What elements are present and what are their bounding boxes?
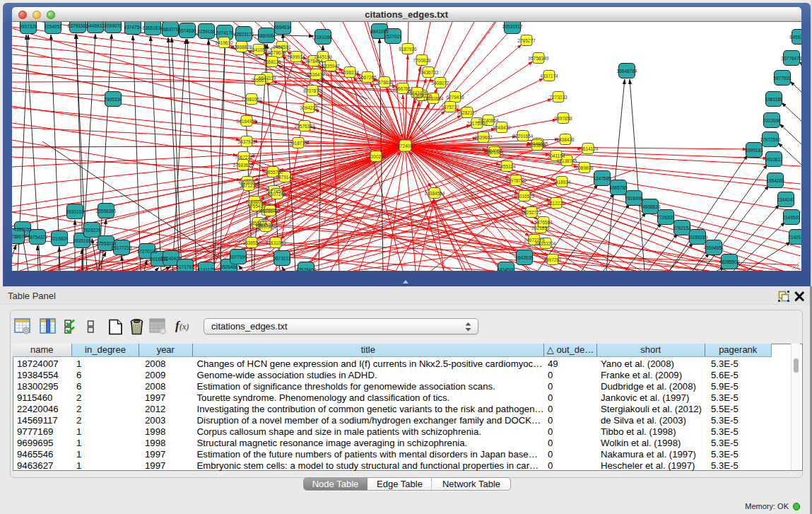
svg-text:39436733: 39436733 xyxy=(418,70,439,75)
svg-text:7455324: 7455324 xyxy=(498,164,516,169)
svg-text:6279418: 6279418 xyxy=(446,95,464,100)
svg-text:2074176: 2074176 xyxy=(216,30,234,35)
svg-text:9910817: 9910817 xyxy=(765,157,783,162)
svg-text:1419610: 1419610 xyxy=(215,40,233,45)
svg-text:5667265: 5667265 xyxy=(358,75,377,80)
svg-text:7089806: 7089806 xyxy=(575,165,594,170)
svg-text:2321324: 2321324 xyxy=(486,150,504,155)
svg-text:5977931: 5977931 xyxy=(773,76,792,81)
svg-text:3871230: 3871230 xyxy=(240,183,258,188)
svg-text:7273233: 7273233 xyxy=(549,95,567,100)
svg-text:46231783: 46231783 xyxy=(260,209,281,214)
svg-text:4337174: 4337174 xyxy=(540,74,558,78)
svg-text:9375710: 9375710 xyxy=(441,105,459,110)
svg-text:42138745: 42138745 xyxy=(557,158,577,163)
svg-text:5171761: 5171761 xyxy=(176,264,194,269)
svg-text:5476583: 5476583 xyxy=(534,220,553,225)
svg-text:4965789: 4965789 xyxy=(609,185,628,190)
svg-text:19510312: 19510312 xyxy=(502,24,523,29)
svg-text:8526486: 8526486 xyxy=(220,264,238,269)
svg-text:18300295: 18300295 xyxy=(366,154,387,159)
svg-text:9897858: 9897858 xyxy=(554,116,572,121)
svg-text:31831063: 31831063 xyxy=(266,240,286,245)
svg-text:4668136: 4668136 xyxy=(263,59,281,64)
svg-text:2642635: 2642635 xyxy=(515,255,534,260)
svg-text:1538552: 1538552 xyxy=(242,240,261,245)
svg-text:30776478: 30776478 xyxy=(782,56,801,61)
svg-text:2556017: 2556017 xyxy=(251,78,269,83)
svg-text:2022698: 2022698 xyxy=(763,118,781,123)
svg-text:8999183: 8999183 xyxy=(745,148,763,153)
svg-text:17672593: 17672593 xyxy=(760,137,781,142)
svg-text:5408072: 5408072 xyxy=(431,81,449,86)
svg-text:45594951: 45594951 xyxy=(704,245,724,250)
svg-text:7700828: 7700828 xyxy=(413,58,431,63)
svg-text:17270733: 17270733 xyxy=(137,249,158,254)
svg-text:12614124: 12614124 xyxy=(578,146,599,151)
svg-text:8434500: 8434500 xyxy=(497,267,515,271)
svg-text:7818496: 7818496 xyxy=(625,196,643,201)
svg-text:56164955: 56164955 xyxy=(237,119,257,124)
svg-text:3094235: 3094235 xyxy=(300,105,318,110)
svg-text:35556386: 35556386 xyxy=(96,209,117,214)
svg-text:89978790: 89978790 xyxy=(506,178,526,183)
svg-text:8930103: 8930103 xyxy=(66,209,84,214)
svg-text:5673212: 5673212 xyxy=(273,256,291,261)
svg-text:1247595: 1247595 xyxy=(593,176,611,181)
svg-text:18883684: 18883684 xyxy=(423,96,444,101)
svg-text:95758349: 95758349 xyxy=(529,56,549,61)
svg-text:4993055: 4993055 xyxy=(13,227,32,232)
svg-text:5437923: 5437923 xyxy=(237,139,256,144)
svg-text:2344047: 2344047 xyxy=(777,197,795,202)
svg-text:22981052: 22981052 xyxy=(242,97,262,102)
svg-text:1981186: 1981186 xyxy=(765,97,783,102)
svg-text:5446912: 5446912 xyxy=(86,23,105,28)
svg-text:9937326: 9937326 xyxy=(19,24,37,29)
svg-text:4191175: 4191175 xyxy=(198,267,216,271)
svg-text:83793389: 83793389 xyxy=(68,23,88,28)
svg-text:16648784: 16648784 xyxy=(617,69,637,74)
svg-text:48285503: 48285503 xyxy=(719,259,740,264)
svg-text:74606833: 74606833 xyxy=(640,204,661,209)
svg-text:9153566: 9153566 xyxy=(528,143,546,148)
svg-text:2905334: 2905334 xyxy=(104,97,122,102)
svg-text:18724007: 18724007 xyxy=(395,144,416,148)
svg-text:43528453: 43528453 xyxy=(296,267,317,271)
svg-text:8707870: 8707870 xyxy=(303,88,322,93)
svg-text:38754377: 38754377 xyxy=(28,235,48,240)
svg-text:84593961: 84593961 xyxy=(790,35,801,40)
svg-text:8755439: 8755439 xyxy=(247,204,266,209)
svg-text:5159166: 5159166 xyxy=(197,29,216,34)
svg-text:7067228: 7067228 xyxy=(235,155,253,160)
svg-text:2785277: 2785277 xyxy=(517,38,536,43)
svg-text:3762152: 3762152 xyxy=(673,226,691,230)
svg-text:8574680: 8574680 xyxy=(178,28,196,33)
svg-text:4694634: 4694634 xyxy=(273,25,292,30)
svg-text:3341057: 3341057 xyxy=(249,47,268,52)
svg-text:28740864: 28740864 xyxy=(478,118,499,123)
svg-text:5041154: 5041154 xyxy=(548,153,565,158)
svg-text:70855700: 70855700 xyxy=(263,170,283,175)
svg-text:20576383: 20576383 xyxy=(295,124,315,129)
svg-text:84252722: 84252722 xyxy=(522,210,542,215)
svg-text:68353204: 68353204 xyxy=(536,241,556,246)
svg-text:10289289: 10289289 xyxy=(688,235,708,240)
svg-text:8536477: 8536477 xyxy=(307,72,325,77)
svg-text:3678638: 3678638 xyxy=(375,80,394,85)
svg-text:19384554: 19384554 xyxy=(425,191,445,196)
svg-text:2149597: 2149597 xyxy=(782,215,801,220)
svg-text:8935169: 8935169 xyxy=(73,238,91,243)
svg-text:8187926: 8187926 xyxy=(399,47,417,52)
svg-text:4335942: 4335942 xyxy=(322,64,340,69)
svg-text:55540424: 55540424 xyxy=(161,256,182,261)
svg-text:1499914: 1499914 xyxy=(287,54,305,59)
svg-text:99788677: 99788677 xyxy=(12,234,27,239)
svg-text:8078673: 8078673 xyxy=(268,50,286,55)
svg-text:63843426: 63843426 xyxy=(407,90,428,95)
svg-text:2839607: 2839607 xyxy=(474,135,493,140)
svg-text:2626229: 2626229 xyxy=(83,228,101,233)
svg-text:9478454: 9478454 xyxy=(305,59,323,64)
svg-text:81016525: 81016525 xyxy=(514,194,535,199)
svg-text:57683626: 57683626 xyxy=(233,163,254,168)
svg-text:1527021: 1527021 xyxy=(384,34,402,39)
